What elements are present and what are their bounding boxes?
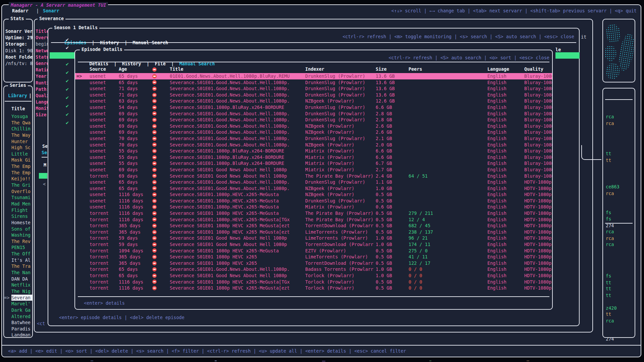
- seasons-selected-row-fragment[interactable]: =>: [39, 173, 47, 179]
- search-result-row[interactable]: torrent 1116 days Severance.S01E01.1080p…: [75, 217, 552, 223]
- cell-indexer: TorrentDownload (Prowlarr): [304, 260, 374, 266]
- series-list-item[interactable]: Flight: [4, 207, 33, 214]
- search-result-row[interactable]: torrent 69 days Severance S01E01 Good Ne…: [75, 173, 552, 179]
- series-list-item[interactable]: Netflix: [4, 282, 33, 288]
- series-list-item[interactable]: Batwhee: [4, 319, 33, 326]
- detail-field-label: Runti: [36, 80, 48, 86]
- cell-size: 12.6 GB: [374, 98, 407, 104]
- series-list-item[interactable]: Landman: [4, 332, 33, 338]
- series-list-item[interactable]: Keijo!!: [4, 176, 33, 182]
- series-list-item[interactable]: Mad Men: [4, 201, 33, 207]
- series-list-item[interactable]: Homeste: [4, 220, 33, 226]
- series-list-item[interactable]: Dark Ga: [4, 307, 33, 313]
- series-list-item[interactable]: Hunter: [4, 138, 33, 145]
- top-keybind-hints: <↑↓> scroll | ←→ change tab | <tab> next…: [335, 8, 637, 14]
- selection-marker: [4, 188, 11, 195]
- cell-size: 0.5 GB: [374, 254, 407, 260]
- tab-radarr[interactable]: Radarr: [12, 8, 29, 14]
- seasons-scroll-fragment: <: [43, 181, 46, 187]
- search-result-row[interactable]: usenet 69 days Severance.S01E01.Good.New…: [75, 129, 552, 135]
- series-list-item[interactable]: => Severan: [4, 295, 33, 301]
- cell-age: 71 days: [117, 92, 149, 98]
- series-title: High Sc: [11, 144, 33, 151]
- series-title: Netflix: [11, 282, 33, 288]
- search-result-row[interactable]: usenet 69 days Severance.S01E01.Good.New…: [75, 111, 552, 117]
- series-list-item[interactable]: The Way: [4, 132, 33, 138]
- cell-source: torrent: [88, 235, 117, 241]
- search-result-row[interactable]: torrent 365 days Severance S01E01 1080p …: [75, 260, 552, 266]
- series-list-item[interactable]: The Qwa: [4, 120, 33, 126]
- series-list-item[interactable]: Sirens: [4, 213, 33, 220]
- search-result-row[interactable]: usenet 55 days Severance.S01E01.1080p.Bl…: [75, 154, 552, 161]
- cell-source: usenet: [88, 73, 117, 79]
- col-language: Language: [486, 66, 523, 73]
- series-list-item[interactable]: Altered: [4, 313, 33, 320]
- search-result-row[interactable]: usenet 65 days Severance.S01E01.Good.New…: [75, 79, 552, 86]
- rejected-icon: [152, 242, 157, 247]
- search-result-row[interactable]: usenet 55 days Severance.S01E01.1080p.Bl…: [75, 160, 552, 167]
- series-list-item[interactable]: PEN15: [4, 244, 33, 251]
- search-result-row[interactable]: usenet 71 days Severance.S01E01.Good.New…: [75, 92, 552, 98]
- search-result-row[interactable]: torrent 59 days Severance S01E01 Good Ne…: [75, 241, 552, 248]
- search-result-row[interactable]: usenet 54 days Severance.S01E01.1080p.Bl…: [75, 104, 552, 111]
- search-result-row[interactable]: usenet 55 days Severance.S01E01.1080p.Bl…: [75, 148, 552, 154]
- search-result-row[interactable]: usenet 69 days Severance S01E01 Good New…: [75, 167, 552, 173]
- series-list-item[interactable]: Overflo: [4, 188, 33, 195]
- tab-sonarr[interactable]: Sonarr: [43, 8, 59, 14]
- series-list-item[interactable]: The Nan: [4, 269, 33, 276]
- search-result-row[interactable]: torrent 1116 days Severance S01E01 1080p…: [75, 210, 552, 217]
- search-result-row[interactable]: torrent 65 days Severance S01E01 Good Ne…: [75, 273, 552, 279]
- search-result-row[interactable]: => usenet 65 days 01E01.Good.News.About.…: [75, 73, 552, 79]
- series-list-item[interactable]: The Gri: [4, 182, 33, 188]
- series-list-item[interactable]: Mask Gi: [4, 157, 33, 163]
- search-result-row[interactable]: usenet 65 days Severance.S01E01.Good.New…: [75, 179, 552, 185]
- series-list-item[interactable]: The Emp: [4, 170, 33, 176]
- search-result-row[interactable]: usenet 69 days Severance.S01E01.Good.New…: [75, 123, 552, 129]
- tab-library[interactable]: Library: [8, 93, 27, 99]
- series-list-item[interactable]: Paradis: [4, 326, 33, 332]
- season-tabs-separator: [51, 42, 576, 43]
- series-list-item[interactable]: Little: [4, 151, 33, 157]
- search-result-row[interactable]: usenet 70 days Severance.S01E01.Good.New…: [75, 135, 552, 142]
- series-list-item[interactable]: Washing: [4, 232, 33, 238]
- search-result-row[interactable]: torrent 365 days Severance S01E01 1080p …: [75, 254, 552, 260]
- search-result-row[interactable]: torrent 365 days Severance S01E01 1080p …: [75, 229, 552, 235]
- search-result-row[interactable]: usenet 1116 days Severance.S01E01.1080p.…: [75, 198, 552, 204]
- search-result-row[interactable]: usenet 69 days Severance.S01E01.Good.New…: [75, 117, 552, 123]
- search-result-row[interactable]: usenet 65 days Severance.S01E01.Good.New…: [75, 185, 552, 192]
- search-result-row[interactable]: torrent 65 days Severance.S01E01.Good.Ne…: [75, 266, 552, 273]
- series-list-item[interactable]: Yosuga: [4, 113, 33, 120]
- monitored-column-fragment: it: [581, 34, 586, 40]
- cell-size: 1.1 GB: [374, 179, 407, 185]
- series-list-item[interactable]: High Sc: [4, 144, 33, 151]
- series-list-item[interactable]: The Emp: [4, 163, 33, 170]
- cell-peers: [407, 191, 486, 198]
- series-list-item[interactable]: The Off: [4, 251, 33, 257]
- search-result-row[interactable]: usenet 70 days Severance.S01E01.Good.New…: [75, 142, 552, 148]
- seasons-header-fragment: M: [44, 162, 46, 168]
- series-list-item[interactable]: Tsunami: [4, 194, 33, 201]
- series-list-item[interactable]: It's Al: [4, 257, 33, 263]
- series-list-item[interactable]: The Tra: [4, 263, 33, 269]
- search-result-row[interactable]: torrent 59 days Severance S01E01 Good Ne…: [75, 235, 552, 241]
- series-title: Washing: [11, 232, 33, 238]
- series-list-item[interactable]: Chillin: [4, 126, 33, 132]
- series-list-item[interactable]: Sons of: [4, 226, 33, 232]
- search-result-row[interactable]: torrent 365 days Severance S01E01 1080p …: [75, 223, 552, 229]
- rejected-icon: [152, 93, 157, 97]
- search-result-row[interactable]: torrent 1116 days Severance S01E01 1080p…: [75, 285, 552, 291]
- series-list-item[interactable]: The Nig: [4, 288, 33, 295]
- series-list-item[interactable]: DAN DA: [4, 276, 33, 282]
- search-result-row[interactable]: usenet 71 days Severance.S01E01.Good.New…: [75, 85, 552, 92]
- search-result-row[interactable]: torrent 1094 days Severance S01E01 1080p…: [75, 248, 552, 254]
- search-result-row[interactable]: torrent 1116 days Severance S01E01 1080p…: [75, 279, 552, 285]
- series-list-item[interactable]: The Rev: [4, 238, 33, 245]
- search-result-row[interactable]: usenet 1116 days Severance.S01E01.1080p.…: [75, 191, 552, 198]
- search-result-row[interactable]: usenet 63 days Severance.S01E01.Good.New…: [75, 98, 552, 104]
- cell-source: usenet: [88, 123, 117, 129]
- selected-episode-row[interactable]: => ✔: [50, 52, 76, 59]
- cell-language: English: [486, 185, 523, 192]
- series-list-item[interactable]: Marvel': [4, 301, 33, 307]
- search-result-row[interactable]: usenet 1116 days Severance.S01E01.1080p.…: [75, 204, 552, 210]
- cell-size: 13.6 GB: [374, 79, 407, 86]
